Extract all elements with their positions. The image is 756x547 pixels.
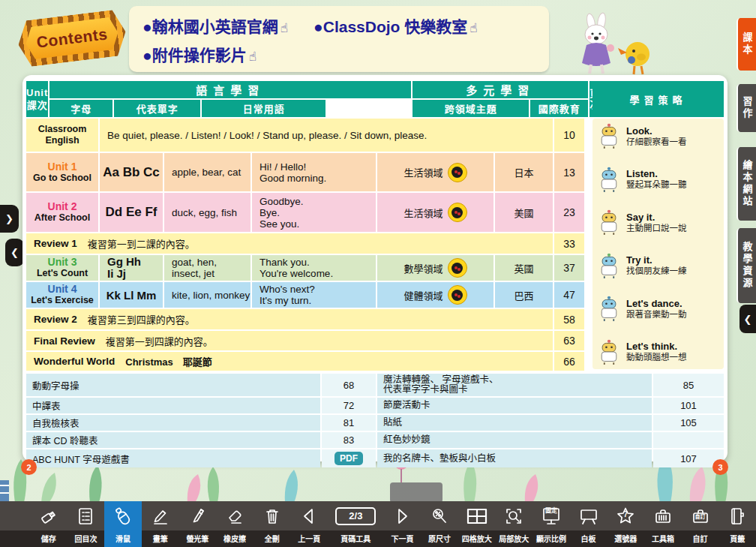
strategy-item: Let's think.動動頭腦想一想 — [597, 338, 719, 366]
pdf-badge[interactable]: PDF — [334, 452, 363, 465]
table-row: Final Review 複習第一到四課的內容。 63 — [26, 331, 589, 350]
area-zoom-button[interactable]: 局部放大 — [496, 501, 533, 547]
contents-table: Unit 課次 語言學習 字母 代表單字 日常用語 多元學習 跨領域主題 國際教… — [26, 81, 589, 371]
table-row: Unit 4 Let's Exercise Kk Ll Mm kite, lio… — [26, 282, 589, 308]
strategy-item: Look.仔細觀察看一看 — [597, 122, 719, 150]
next-page-button[interactable]: 下一頁 — [384, 501, 422, 547]
hand-pointer-icon: ☝ — [470, 21, 477, 35]
domain-badge-icon — [448, 163, 467, 182]
col-group-multi: 多元學習 — [412, 81, 588, 98]
original-size-button[interactable]: 原尺寸 — [421, 501, 458, 547]
whiteboard-icon — [578, 506, 599, 526]
monitor-icon — [541, 506, 562, 526]
page-number-badge-left: 2 — [21, 459, 37, 475]
left-collapse-tab[interactable]: ❮ — [5, 239, 24, 266]
col-header-words: 代表單字 — [114, 100, 200, 117]
strategy-item: Try it.找個朋友練一練 — [597, 251, 719, 280]
table-row: Unit 2 After School Dd Ee Ff duck, egg, … — [26, 193, 589, 232]
strategy-character-icon — [597, 338, 621, 366]
domain-badge-icon — [448, 258, 467, 278]
usb-save-icon — [39, 506, 58, 526]
appendix-row: 中譯表 72 節慶活動卡 101 — [26, 398, 724, 413]
appendix-row: 動動字母操 68 魔法轉轉盤、 字母遊戲卡、 代表單字字卡與圖卡 85 — [26, 374, 724, 396]
number-picker-button[interactable]: 7 選號器 — [607, 501, 644, 547]
trash-icon — [262, 506, 282, 526]
sidebar-collapse-tab[interactable]: ❮ — [740, 305, 756, 333]
hand-pointer-icon: ☝ — [280, 21, 288, 35]
hand-pointer-icon: ☝ — [249, 50, 256, 64]
custom-button[interactable]: 自訂 自訂 — [682, 501, 719, 547]
whiteboard-button[interactable]: 白板 — [570, 501, 608, 547]
bunny-and-chick-illustration — [572, 12, 662, 80]
domain-badge-icon — [448, 285, 467, 305]
page-tabs-button[interactable]: 頁籤 — [718, 501, 756, 547]
pen-tool-button[interactable]: 畫筆 — [142, 501, 179, 547]
pencil-icon — [151, 506, 170, 526]
col-group-language: 語言學習 — [50, 81, 411, 98]
chevron-right-icon: ❯ — [5, 213, 14, 224]
appendix-row: 自我檢核表 81 貼紙 105 — [26, 415, 724, 431]
table-row: Classroom English Be quiet, please. / Li… — [26, 119, 589, 152]
zoom-percent-icon — [430, 506, 449, 526]
page-indicator-tool[interactable]: 2/3 頁碼工具 — [328, 501, 383, 547]
strategy-character-icon — [597, 208, 621, 236]
delete-all-button[interactable]: 全刪 — [254, 501, 291, 547]
table-row: Review 2 複習第三到四課的內容。 58 — [26, 309, 589, 329]
tab-teaching-resources[interactable]: 教學資源 — [736, 228, 756, 303]
strategy-character-icon — [597, 122, 621, 150]
left-expand-tab[interactable]: ❯ — [0, 205, 19, 233]
highlighter-tool-button[interactable]: 螢光筆 — [179, 501, 217, 547]
back-to-toc-button[interactable]: 回目次 — [68, 501, 105, 547]
area-zoom-icon — [504, 506, 524, 526]
appendix-table: 動動字母操 68 魔法轉轉盤、 字母遊戲卡、 代表單字字卡與圖卡 85 中譯表 … — [26, 374, 724, 467]
custom-box-icon — [691, 506, 710, 526]
strategy-character-icon — [597, 165, 621, 194]
col-header-letters: 字母 — [50, 100, 112, 117]
mouse-tool-button[interactable]: 滑鼠 — [104, 501, 142, 547]
appendix-row: 課本 CD 聆聽表 83 紅色妙妙鏡 — [26, 432, 724, 448]
col-header-strategy: 學習策略 — [592, 81, 724, 117]
save-button[interactable]: 儲存 — [30, 501, 68, 547]
toolbox-button[interactable]: 工具箱 — [644, 501, 682, 547]
toolbox-icon — [653, 506, 673, 526]
domain-badge-icon — [448, 203, 467, 222]
link-classdojo[interactable]: ●ClassDojo 快樂教室☝ — [314, 14, 478, 42]
link-attachment-videos[interactable]: ●附件操作影片☝ — [142, 42, 256, 71]
bookmark-book-icon — [728, 506, 747, 526]
appendix-row: ABC HUNT 字母遊戲書 PDF 我的名牌卡、墊板與小白板 107 — [26, 449, 724, 467]
tab-picturebook-site[interactable]: 繪本網站 — [736, 147, 756, 221]
page-number-badge-right: 3 — [712, 459, 728, 475]
four-grid-zoom-button[interactable]: 四格放大 — [458, 501, 496, 547]
table-row: Unit 3 Let's Count Gg Hh Ii Jj goat, hen… — [26, 255, 589, 281]
col-header-domain: 跨領域主題 — [412, 100, 529, 117]
contents-badge: Contents — [16, 8, 128, 68]
strategy-item: Let's dance.跟著音樂動一動 — [597, 294, 719, 323]
link-hanlin-english-site[interactable]: ●翰林國小英語官網☝ — [142, 14, 288, 42]
strategy-list: Look.仔細觀察看一看 Listen.豎起耳朵聽一聽 Say it.主動開口說… — [592, 119, 724, 369]
col-header-unit: Unit 課次 — [26, 81, 48, 117]
tab-workbook[interactable]: 習作 — [736, 84, 756, 132]
bottom-toolbar: 儲存 回目次 滑鼠 畫筆 螢光筆 橡皮擦 — [0, 501, 756, 547]
triangle-right-icon — [392, 506, 412, 526]
col-header-phrases: 日常用語 — [202, 100, 326, 117]
page-indicator-value[interactable]: 2/3 — [335, 507, 376, 525]
ebook-reader-window: Contents ●翰林國小英語官網☝ ●ClassDojo 快樂教室☝ ●附件… — [0, 0, 756, 547]
strategy-character-icon — [597, 294, 621, 323]
links-box: ●翰林國小英語官網☝ ●ClassDojo 快樂教室☝ ●附件操作影片☝ — [129, 6, 549, 72]
contents-badge-label: Contents — [35, 25, 108, 51]
strategy-item: Say it.主動開口說一說 — [597, 208, 719, 236]
eraser-icon — [225, 506, 244, 526]
tab-textbook[interactable]: 課本 — [736, 18, 756, 71]
display-ratio-button[interactable]: 固定 顯示比例 — [532, 501, 570, 547]
strategy-item: Listen.豎起耳朵聽一聽 — [597, 165, 719, 194]
contents-table-card: Unit 課次 語言學習 字母 代表單字 日常用語 多元學習 跨領域主題 國際教… — [22, 75, 728, 461]
toc-list-icon — [76, 506, 95, 526]
triangle-left-icon — [299, 506, 319, 526]
previous-page-button[interactable]: 上一頁 — [290, 501, 328, 547]
mouse-icon — [112, 506, 134, 527]
highlighter-icon — [188, 506, 207, 526]
table-row: Review 1 複習第一到二課的內容。 33 — [26, 233, 589, 254]
table-row: Unit 1 Go to School Aa Bb Cc apple, bear… — [26, 153, 589, 191]
chevron-left-icon: ❮ — [10, 247, 19, 258]
eraser-tool-button[interactable]: 橡皮擦 — [216, 501, 254, 547]
